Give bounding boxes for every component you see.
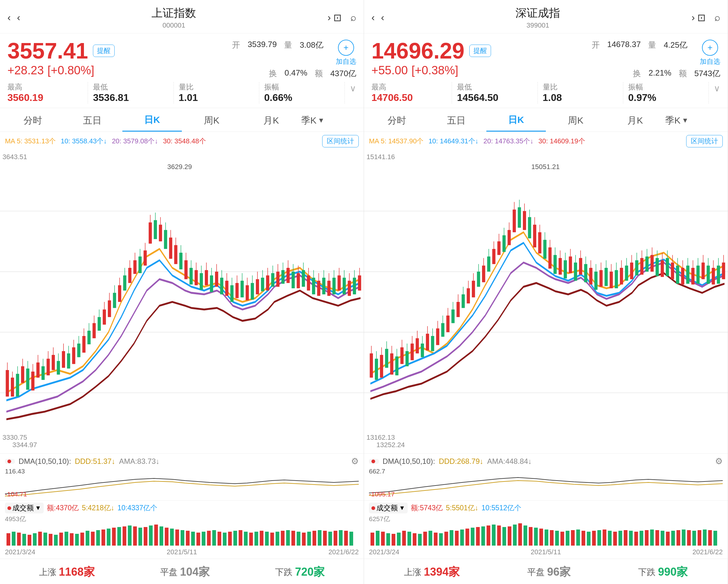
dma-dot-left: [7, 459, 11, 463]
svg-rect-201: [307, 532, 311, 546]
chart-peak-right: 15051.21: [531, 163, 560, 171]
down-value-left: 720家: [295, 564, 324, 580]
vol-dropdown-left[interactable]: 成交额 ▼: [5, 503, 44, 513]
layout-icon-right[interactable]: ⊡: [697, 12, 706, 24]
svg-rect-192: [260, 531, 263, 546]
header-center-left: 上证指数 000001: [152, 6, 196, 29]
dma-dropdown-left[interactable]: [5, 459, 15, 464]
svg-rect-205: [328, 532, 332, 546]
detail-row2-right: 换 2.21% 额 5743亿: [633, 68, 720, 79]
search-icon-left[interactable]: ⌕: [350, 12, 356, 24]
next-icon-left[interactable]: ›: [328, 12, 331, 23]
open-label: 开: [232, 39, 240, 66]
tab-jik-left[interactable]: 季K ▼: [301, 109, 361, 131]
vol-svg-right: [369, 515, 723, 546]
gear-icon-left[interactable]: ⚙: [351, 456, 359, 466]
svg-rect-399: [608, 531, 612, 546]
index-title-left: 上证指数: [152, 6, 196, 21]
back-icon-right[interactable]: ‹: [371, 12, 375, 23]
svg-rect-367: [439, 533, 443, 546]
back-icon-left[interactable]: ‹: [7, 12, 11, 23]
high-stat-right: 最高 14706.50: [371, 82, 452, 103]
tab-yuek-right[interactable]: 月K: [605, 109, 665, 131]
prev-icon-right[interactable]: ‹: [381, 12, 385, 23]
svg-rect-371: [460, 530, 464, 546]
amount-label: 额: [315, 68, 323, 79]
candlestick-chart-right[interactable]: 15141.16 15051.21 13162.13 13252.24: [364, 151, 728, 453]
svg-rect-175: [170, 529, 174, 546]
next-icon-right[interactable]: ›: [692, 12, 695, 23]
area-stat-btn-left[interactable]: 区间统计: [322, 135, 359, 148]
tab-rik-right[interactable]: 日K: [486, 108, 546, 132]
chart-min2-left: 3344.97: [12, 441, 37, 449]
candlestick-chart-left[interactable]: 3643.51 3629.29 3330.75 3344.97: [0, 151, 364, 453]
candle-svg-right: [364, 151, 728, 453]
svg-rect-383: [523, 526, 527, 546]
dma-chart-left: 116.43 -104.71: [5, 468, 359, 499]
svg-rect-165: [118, 527, 121, 546]
tab-fenshi-left[interactable]: 分时: [3, 109, 62, 131]
ma5-left: MA 5: 3531.13个: [5, 137, 56, 146]
detail-row2: 换 0.47% 额 4370亿: [269, 68, 356, 79]
price-bottom-right: 最高 14706.50 最低 14564.50 量比 1.08 振幅 0.97%…: [364, 79, 728, 108]
add-circle-left[interactable]: +: [338, 39, 354, 56]
amp-label: 振幅: [264, 82, 340, 92]
tab-jik-right[interactable]: 季K ▼: [665, 109, 725, 131]
header-nav-left: ‹ ‹: [7, 12, 20, 23]
expand-icon-right[interactable]: ∨: [714, 83, 720, 94]
vol-dropdown-right[interactable]: 成交额 ▼: [369, 503, 408, 513]
svg-rect-384: [529, 527, 532, 546]
volratio-label: 量比: [179, 82, 254, 92]
add-self-left[interactable]: + 加自选: [336, 39, 356, 66]
svg-rect-408: [655, 530, 659, 546]
svg-rect-361: [407, 532, 411, 546]
layout-icon-left[interactable]: ⊡: [333, 12, 342, 24]
svg-rect-407: [650, 530, 654, 546]
svg-rect-186: [228, 532, 232, 546]
price-left-section-right: 14696.29 提醒 +55.00 [+0.38%]: [371, 39, 491, 77]
svg-rect-405: [640, 531, 644, 546]
svg-rect-372: [466, 529, 469, 546]
svg-rect-414: [687, 530, 691, 546]
tab-fenshi-right[interactable]: 分时: [367, 109, 426, 131]
header-left: ‹ ‹ 上证指数 000001 › ⊡ ⌕: [0, 0, 364, 33]
tab-rik-left[interactable]: 日K: [122, 108, 182, 132]
candle-svg-left: [0, 151, 364, 453]
volratio-stat-left: 量比 1.01: [179, 82, 259, 103]
area-stat-btn-right[interactable]: 区间统计: [686, 135, 723, 148]
amount-val-left: 4370亿: [330, 68, 356, 79]
svg-rect-163: [107, 529, 111, 546]
svg-rect-194: [270, 533, 274, 546]
alert-btn-left[interactable]: 提醒: [93, 45, 114, 57]
dma-dropdown-right[interactable]: [369, 459, 379, 464]
vol-5-left: 5:4218亿↓: [82, 503, 114, 513]
add-self-right[interactable]: + 加自选: [700, 39, 720, 66]
vol-dropdown-label-right: 成交额: [376, 503, 398, 513]
tab-wuri-left[interactable]: 五日: [62, 109, 122, 131]
tab-zhouk-right[interactable]: 周K: [546, 109, 605, 131]
tab-zhouk-left[interactable]: 周K: [182, 109, 241, 131]
svg-rect-396: [592, 531, 596, 546]
detail-row1-right: 开 14678.37 量 4.25亿 + 加自选: [592, 39, 720, 66]
gear-icon-right[interactable]: ⚙: [715, 456, 723, 466]
add-circle-right[interactable]: +: [702, 39, 718, 56]
amp-stat-left: 振幅 0.66%: [264, 82, 345, 103]
prev-icon-left[interactable]: ‹: [17, 12, 21, 23]
tab-wuri-right[interactable]: 五日: [426, 109, 486, 131]
svg-rect-397: [597, 530, 601, 546]
svg-rect-419: [713, 531, 717, 546]
left-panel: ‹ ‹ 上证指数 000001 › ⊡ ⌕ 3557.41 提醒 +28.23 …: [0, 0, 364, 584]
volratio-val-right: 1.08: [543, 92, 618, 103]
svg-rect-395: [587, 532, 591, 546]
expand-icon-left[interactable]: ∨: [350, 83, 356, 94]
svg-rect-362: [413, 533, 416, 546]
svg-rect-392: [571, 530, 575, 546]
tab-yuek-left[interactable]: 月K: [241, 109, 301, 131]
price-main-left: 3557.41: [7, 39, 88, 62]
svg-rect-387: [545, 530, 548, 546]
search-icon-right[interactable]: ⌕: [714, 12, 720, 24]
vol-header-right: 成交额 ▼ 额:5743亿 5:5501亿↓ 10:5512亿个: [369, 503, 723, 513]
alert-btn-right[interactable]: 提醒: [469, 45, 491, 57]
svg-rect-193: [265, 532, 268, 546]
price-top-left: 3557.41 提醒 +28.23 [+0.80%] 开 3539.79 量 3…: [0, 33, 364, 79]
